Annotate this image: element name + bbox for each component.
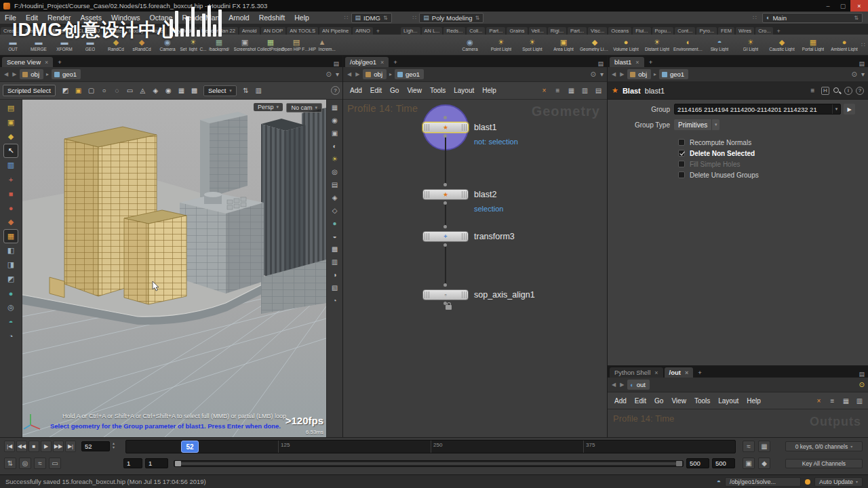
cook-context-path[interactable]: /obj/geo1/solve... <box>725 477 801 487</box>
timeline-track[interactable]: 125 250 375 52 <box>125 440 736 453</box>
breadcrumb-out[interactable]: ◐ out <box>627 380 650 390</box>
close-tab-icon[interactable]: × <box>654 369 658 376</box>
node-flag-left[interactable] <box>425 124 429 131</box>
menubar-item[interactable]: Render <box>43 12 75 24</box>
node-flag-right[interactable] <box>462 124 467 131</box>
stop-button[interactable]: ■ <box>28 441 39 452</box>
viewport-canvas[interactable] <box>22 100 326 437</box>
shelf-tool[interactable]: ▦ Portal Light <box>797 35 829 55</box>
path-dropdown-icon[interactable]: ▾ <box>861 70 865 78</box>
viewport-display-icon[interactable]: ◈ <box>329 192 341 203</box>
network-toolbar-icon[interactable]: ≡ <box>552 85 564 96</box>
node-flag-right[interactable] <box>462 191 467 198</box>
shelf-tab[interactable]: Arnold <box>239 27 260 35</box>
out-menu-item[interactable]: Layout <box>714 397 743 405</box>
shelf-tab[interactable]: Flui... <box>633 27 650 35</box>
out-menu-item[interactable]: Go <box>650 397 667 405</box>
scene-toolbar-icon[interactable]: ◌ <box>111 85 123 96</box>
audio-toggle-icon[interactable]: ≈ <box>34 458 46 469</box>
node-input-connector[interactable] <box>443 183 447 186</box>
pin-icon[interactable]: ⊙ <box>591 70 596 78</box>
pin-icon[interactable]: ⊙ <box>326 70 332 78</box>
group-dropdown-icon[interactable]: ▾ <box>832 104 840 114</box>
range-start-handle[interactable] <box>175 461 181 466</box>
close-button[interactable]: × <box>850 0 868 12</box>
shelf-tab[interactable]: CL-PROJ <box>75 27 102 35</box>
checkbox-delete-unused-groups[interactable]: Delete Unused Groups <box>678 170 759 180</box>
key-all-channels-button[interactable]: Key All Channels <box>785 459 863 468</box>
shelf-tab[interactable]: Brushes <box>50 27 75 35</box>
viewport-display-icon[interactable]: ◔ <box>329 295 341 306</box>
shelf-tool[interactable]: ☀ GI Light <box>735 35 766 55</box>
out-menu-item[interactable]: View <box>667 397 690 405</box>
shelf-tab[interactable]: Vell... <box>529 27 547 35</box>
out-menu-item[interactable]: Tools <box>690 397 714 405</box>
gear-icon[interactable]: ≡ <box>808 85 818 96</box>
shelf-tab[interactable]: AN DOP <box>261 27 286 35</box>
viewport-tool-icon[interactable]: ● <box>4 201 18 214</box>
viewport-display-icon[interactable]: ◒ <box>329 230 341 242</box>
shelf-tab[interactable]: Wires <box>736 27 754 35</box>
shelf-tab[interactable]: Coll... <box>467 27 485 35</box>
toolbar-grip[interactable]: ∷ <box>342 14 351 21</box>
tab-blast1[interactable]: blast1 × <box>610 57 644 67</box>
pane-menu-icon[interactable]: ▤ <box>594 60 607 67</box>
nav-forward-icon[interactable]: ▶ <box>619 71 625 77</box>
add-shelf-tab-button[interactable]: + <box>374 28 382 35</box>
out-toolbar-icon[interactable]: ▦ <box>840 395 852 407</box>
shelf-tool[interactable]: ◓ Sky Light <box>704 35 735 55</box>
checkbox-icon[interactable] <box>678 150 685 157</box>
group-value-field[interactable]: 2114165 2114194 2114200-2114201 2114232 … <box>674 104 841 115</box>
help-icon[interactable]: ? <box>331 86 340 95</box>
scene-toolbar-icon[interactable]: ▩ <box>189 85 200 96</box>
scene-toolbar-icon[interactable]: ▥ <box>253 85 264 96</box>
network-toolbar-icon[interactable]: ▥ <box>579 85 591 96</box>
network-menu-item[interactable]: Go <box>386 87 403 94</box>
scene-toolbar-icon[interactable]: ◩ <box>60 85 71 96</box>
scene-toolbar-icon[interactable]: ▦ <box>176 85 187 96</box>
out-menu-item[interactable]: Help <box>743 397 765 405</box>
viewport-tool-icon[interactable]: ▣ <box>4 116 18 129</box>
auto-key-icon[interactable]: ▣ <box>743 458 755 469</box>
node-flag-left[interactable] <box>425 233 429 240</box>
add-shelf-tab-button[interactable]: + <box>774 28 783 35</box>
play-backward-button[interactable]: ◀◀ <box>16 441 27 452</box>
path-dropdown-icon[interactable]: ▾ <box>600 70 604 78</box>
info-icon[interactable]: i <box>844 87 852 95</box>
node-input-connector[interactable] <box>443 116 447 119</box>
checkbox-fill-simple-holes[interactable]: Fill Simple Holes <box>678 159 740 169</box>
shelf-tool[interactable]: ◉ Camera <box>454 35 486 55</box>
shelf-tool[interactable]: ◆ Caustic Light <box>766 35 797 55</box>
shelf-set-selector-2[interactable]: ▤ Poly Modeling ⇅ <box>419 13 484 23</box>
add-pane-tab-button[interactable]: + <box>646 57 656 67</box>
pin-icon[interactable]: ⊙ <box>852 70 857 78</box>
viewport-tool-icon[interactable]: ▥ <box>4 159 18 171</box>
breadcrumb-obj[interactable]: obj <box>627 69 651 79</box>
shelf-tool[interactable]: ▬ XFORM <box>52 35 77 55</box>
playbar-options-icon[interactable]: ▦ <box>758 441 770 452</box>
shelf-tab[interactable]: Model <box>148 27 167 35</box>
node-flag-left[interactable] <box>425 291 429 298</box>
node-name-field[interactable]: blast1 <box>645 87 665 95</box>
shelf-overflow-grip[interactable]: ∷ <box>861 41 868 48</box>
node-transform3[interactable]: + <box>422 231 469 242</box>
add-pane-tab-button[interactable]: + <box>390 57 401 67</box>
camera-menu[interactable]: Persp ▾ <box>254 103 283 111</box>
shelf-tool[interactable]: ◆ Geometry Light <box>579 35 610 55</box>
scene-toolbar-icon[interactable]: ◬ <box>137 85 149 96</box>
shelf-tool[interactable]: ● Volume Light <box>610 35 642 55</box>
play-forward-button[interactable]: ▶▶ <box>53 441 64 452</box>
menubar-item[interactable]: Edit <box>21 12 43 24</box>
viewport-display-icon[interactable]: ▥ <box>329 256 341 268</box>
node-input-connector[interactable] <box>443 225 447 228</box>
minimize-button[interactable]: – <box>821 0 835 12</box>
timeline-playhead[interactable]: 52 <box>181 441 199 453</box>
close-tab-icon[interactable]: × <box>45 59 48 66</box>
node-input-connector[interactable] <box>443 283 447 287</box>
viewport-display-icon[interactable]: ▣ <box>329 127 341 139</box>
viewport-tool-icon[interactable]: ◆ <box>4 216 18 228</box>
viewport-display-icon[interactable]: ◐ <box>329 140 341 152</box>
shelf-tool[interactable]: ☀ Spot Light <box>517 35 548 55</box>
checkbox-icon[interactable] <box>678 161 685 167</box>
viewport-tool-icon[interactable]: ◨ <box>4 258 18 271</box>
